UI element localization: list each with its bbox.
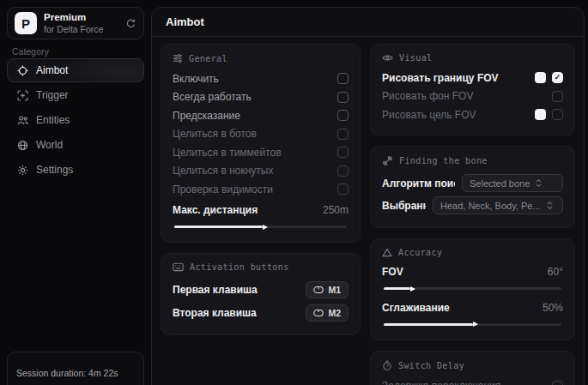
setting-label: Выбранные кости [382, 200, 426, 212]
session-duration: Session duration: 4m 22s [16, 368, 135, 378]
setting-row: Целиться в нокнутых [173, 162, 349, 181]
brand-text: Premium for Delta Force [44, 12, 118, 33]
setting-label: Алгоритм поиска костей [382, 177, 455, 189]
setting-label: Целиться в ботов [173, 128, 330, 140]
bone-icon [382, 155, 393, 166]
color-swatch-fov-target[interactable] [535, 109, 546, 120]
activation-card: Activation buttons Первая клавиша M1 [161, 253, 361, 335]
mouse-icon [313, 286, 324, 294]
globe-icon [17, 140, 28, 151]
controls: ✓ [535, 72, 563, 83]
setting-label: Макс. дистанция [173, 204, 316, 216]
slider-track [384, 287, 561, 290]
color-swatch-fov-border[interactable] [535, 72, 546, 83]
setting-row: Целиться в тиммейтов [173, 143, 349, 162]
switch-delay-card: Switch Delay Задержка переключения Задер… [370, 351, 575, 385]
setting-row: Целиться в ботов [173, 125, 349, 144]
sidebar-item-world[interactable]: World [7, 133, 144, 157]
brand-card: P Premium for Delta Force [7, 7, 144, 39]
refresh-icon[interactable] [125, 18, 136, 29]
setting-row: Рисовать цель FOV [382, 105, 563, 124]
slider-fill[interactable] [384, 323, 473, 326]
setting-label: Предсказание [173, 110, 330, 122]
selected-bones-select[interactable]: Head, Neck, Body, Pe... [433, 196, 563, 214]
sidebar-item-aimbot[interactable]: Aimbot [7, 58, 144, 82]
checkbox-target-knocked[interactable] [337, 165, 349, 177]
keybind-button-secondary[interactable]: M2 [306, 304, 349, 322]
checkbox-target-bots[interactable] [337, 129, 349, 140]
bone-algorithm-select[interactable]: Selected bone [462, 174, 563, 192]
setting-label: Проверка видимости [173, 183, 330, 196]
setting-row: Рисовать фон FOV [382, 87, 563, 106]
sidebar-item-label: Aimbot [36, 64, 68, 76]
keyboard-icon [173, 262, 184, 272]
keybind-row: Вторая клавиша M2 [173, 301, 349, 324]
slider-row: FOV 60° [382, 263, 563, 282]
smoothing-slider[interactable] [382, 319, 563, 329]
max-distance-slider[interactable] [173, 221, 349, 232]
slider-row: Макс. дистанция 250m [173, 202, 349, 220]
checkbox-target-teammates[interactable] [337, 147, 349, 158]
unfold-icon [546, 201, 554, 210]
slider-row: Сглаживание 50% [382, 298, 563, 317]
unfold-icon [535, 178, 543, 188]
setting-value: 250m [323, 204, 349, 216]
setting-label: Включить [173, 73, 330, 85]
checkbox-draw-fov-border[interactable]: ✓ [552, 72, 563, 83]
keybind-button-primary[interactable]: M1 [306, 281, 349, 298]
checkbox-draw-fov-target[interactable] [552, 109, 563, 120]
trigger-icon [17, 90, 28, 101]
category-label: Category [12, 47, 49, 57]
setting-row: Рисовать границу FOV ✓ [382, 69, 563, 87]
sidebar-item-entities[interactable]: Entities [7, 108, 144, 132]
checkbox-visibility-check[interactable] [337, 183, 349, 195]
visual-card: Visual Рисовать границу FOV ✓ Рисовать ф… [370, 44, 575, 135]
sidebar-item-label: World [36, 139, 63, 151]
sidebar-item-trigger[interactable]: Trigger [7, 83, 144, 107]
setting-row: Предсказание [173, 106, 349, 125]
setting-label: Вторая клавиша [173, 307, 299, 319]
brand-subtitle: for Delta Force [44, 24, 118, 34]
setting-label: Рисовать границу FOV [382, 72, 528, 84]
content: General Включить Всегда работать Предска… [152, 37, 584, 385]
slider-fill[interactable] [174, 226, 263, 228]
setting-label: Задержка переключения [382, 380, 545, 385]
setting-label: Целиться в тиммейтов [173, 147, 330, 159]
select-row: Алгоритм поиска костей Selected bone [382, 172, 563, 195]
setting-row: Проверка видимости [173, 180, 349, 199]
right-column: Visual Рисовать границу FOV ✓ Рисовать ф… [370, 44, 575, 385]
checkbox-always-work[interactable] [337, 92, 349, 103]
keybind-row: Первая клавиша M1 [173, 278, 349, 301]
setting-label: Рисовать фон FOV [382, 90, 545, 102]
brand-title: Premium [44, 12, 118, 23]
left-column: General Включить Всегда работать Предска… [161, 44, 361, 335]
setting-row: Задержка переключения [382, 377, 563, 385]
checkbox-switch-delay[interactable] [552, 381, 563, 385]
main-panel: Aimbot General Включить [151, 7, 585, 385]
checkbox-enable[interactable] [337, 73, 349, 84]
gear-icon [17, 165, 28, 176]
switch-delay-card-title: Switch Delay [382, 360, 563, 371]
bone-card-title: Finding the bone [382, 155, 563, 166]
slider-track [174, 226, 347, 228]
setting-value: 60° [548, 266, 563, 278]
setting-label: FOV [382, 266, 541, 278]
setting-label: Всегда работать [173, 91, 330, 103]
slider-fill[interactable] [384, 287, 410, 290]
users-icon [17, 115, 28, 126]
session-card: Session duration: 4m 22s [7, 352, 144, 385]
checkbox-prediction[interactable] [337, 110, 349, 121]
main-header: Aimbot [152, 8, 584, 37]
bone-card: Finding the bone Алгоритм поиска костей … [370, 146, 575, 228]
sidebar-item-settings[interactable]: Settings [7, 158, 144, 182]
general-card: General Включить Всегда работать Предска… [161, 44, 361, 243]
stopwatch-icon [382, 360, 392, 371]
setting-label: Первая клавиша [173, 284, 299, 296]
activation-card-title: Activation buttons [173, 262, 349, 272]
brand-logo: P [15, 12, 37, 34]
fov-slider[interactable] [382, 283, 563, 293]
checkbox-draw-fov-background[interactable] [552, 91, 563, 102]
setting-label: Целиться в нокнутых [173, 165, 330, 177]
setting-row: Включить [173, 69, 349, 88]
select-row: Выбранные кости Head, Neck, Body, Pe... [382, 195, 563, 217]
